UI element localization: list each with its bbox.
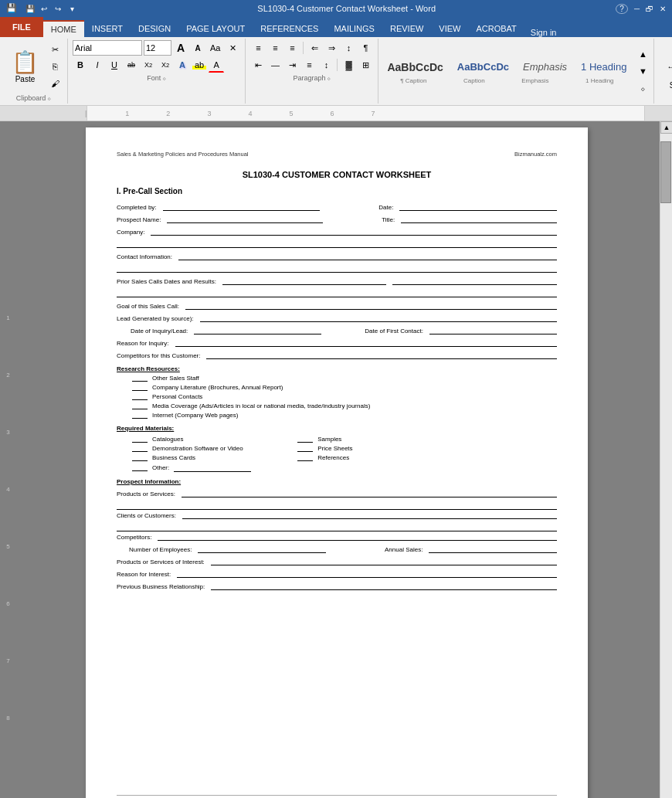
- competitors-field[interactable]: [206, 350, 557, 359]
- bold-button[interactable]: B: [73, 57, 88, 73]
- grow-font-button[interactable]: A: [173, 40, 188, 56]
- superscript-button[interactable]: X2: [158, 57, 173, 73]
- line-spacing-button[interactable]: ↕: [318, 57, 334, 73]
- prev-business-field[interactable]: [211, 581, 557, 590]
- multilevel-button[interactable]: ≡: [284, 40, 300, 56]
- font-size-select[interactable]: [144, 40, 171, 56]
- prior-sales-field1[interactable]: [222, 276, 387, 285]
- caption-label: ¶ Caption: [400, 77, 426, 84]
- pi-competitors-field[interactable]: [158, 531, 557, 541]
- title-field[interactable]: [401, 214, 557, 223]
- tab-design[interactable]: DESIGN: [131, 20, 178, 37]
- highlight-button[interactable]: ab: [192, 57, 207, 73]
- margin-5: 5: [2, 543, 14, 550]
- replace-button[interactable]: ↔ Replace: [658, 59, 672, 74]
- font-color-button[interactable]: A: [209, 57, 224, 73]
- reason-interest-field[interactable]: [177, 569, 557, 578]
- text-effect-button[interactable]: A: [175, 57, 190, 73]
- shading-button[interactable]: ▓: [341, 57, 356, 73]
- completed-by-field[interactable]: [163, 202, 321, 211]
- scrollbar-track[interactable]: [660, 134, 672, 798]
- underline-button[interactable]: U: [107, 57, 122, 73]
- align-center-button[interactable]: —: [267, 57, 283, 73]
- help-button[interactable]: ?: [616, 4, 628, 14]
- select-button[interactable]: Select ▼: [658, 77, 672, 93]
- decrease-indent-button[interactable]: ⇐: [307, 40, 322, 56]
- contact-info-field[interactable]: [178, 251, 557, 260]
- increase-indent-button[interactable]: ⇒: [324, 40, 339, 56]
- subscript-button[interactable]: X2: [141, 57, 156, 73]
- quick-access-redo[interactable]: ↪: [53, 3, 63, 14]
- date-field[interactable]: [399, 202, 557, 211]
- quick-access-more[interactable]: ▾: [66, 3, 77, 14]
- bullets-button[interactable]: ≡: [250, 40, 266, 56]
- file-tab[interactable]: FILE: [0, 17, 43, 37]
- ruler-margin-right: [644, 106, 672, 121]
- close-button[interactable]: ✕: [660, 5, 666, 13]
- goal-field[interactable]: [185, 301, 557, 310]
- sign-in-button[interactable]: Sign in: [524, 28, 563, 37]
- restore-button[interactable]: 🗗: [646, 5, 653, 13]
- reason-inquiry-field[interactable]: [175, 338, 557, 347]
- style-emphasis[interactable]: Emphasis: [518, 59, 572, 75]
- competitors-row: Competitors for this Customer:: [117, 350, 557, 359]
- rm-other-field[interactable]: [174, 463, 251, 472]
- style-normal[interactable]: AaBbCcDc: [382, 59, 448, 76]
- font-expand-icon[interactable]: ⬦: [162, 74, 166, 82]
- tab-insert[interactable]: INSERT: [84, 20, 131, 37]
- products-services-field[interactable]: [182, 488, 557, 497]
- change-case-button[interactable]: Aa: [207, 40, 223, 56]
- copy-button[interactable]: ⎘: [47, 59, 63, 74]
- style-heading1[interactable]: 1 Heading: [575, 59, 632, 75]
- styles-more[interactable]: ⬦: [635, 80, 650, 96]
- tab-review[interactable]: REVIEW: [382, 20, 431, 37]
- quick-access-save[interactable]: 💾: [25, 3, 36, 14]
- products-interest-field[interactable]: [211, 556, 557, 565]
- employees-label: Number of Employees:: [129, 546, 192, 553]
- tab-view[interactable]: VIEW: [431, 20, 468, 37]
- tab-home[interactable]: HOME: [43, 20, 84, 37]
- tab-mailings[interactable]: MAILINGS: [326, 20, 382, 37]
- justify-button[interactable]: ≡: [301, 57, 317, 73]
- prior-sales-line2: [117, 288, 557, 297]
- italic-button[interactable]: I: [90, 57, 105, 73]
- prospect-name-field[interactable]: [167, 214, 323, 223]
- inquiry-date-field[interactable]: [194, 325, 321, 334]
- scrollbar-thumb[interactable]: [660, 141, 671, 203]
- format-painter-button[interactable]: 🖌: [47, 76, 63, 91]
- style-no-spacing[interactable]: AaBbCcDc: [452, 59, 514, 75]
- scrollbar-up-button[interactable]: ▲: [660, 121, 672, 134]
- strikethrough-button[interactable]: ab: [124, 57, 139, 73]
- prior-sales-field2[interactable]: [392, 276, 557, 285]
- paste-button[interactable]: 📋 Paste: [5, 47, 46, 86]
- numbering-button[interactable]: ≡: [267, 40, 283, 56]
- styles-scroll-down[interactable]: ▼: [635, 63, 650, 79]
- tab-acrobat[interactable]: ACROBAT: [468, 20, 524, 37]
- styles-scroll-up[interactable]: ▲: [635, 46, 650, 62]
- annual-sales-field[interactable]: [429, 544, 557, 553]
- borders-button[interactable]: ⊞: [358, 57, 373, 73]
- align-left-button[interactable]: ⇤: [250, 57, 266, 73]
- tab-page-layout[interactable]: PAGE LAYOUT: [178, 20, 253, 37]
- heading1-label: 1 Heading: [585, 77, 613, 84]
- sort-button[interactable]: ↕: [341, 40, 356, 56]
- find-button[interactable]: 🔍 Find: [658, 40, 672, 56]
- company-field[interactable]: [151, 226, 557, 236]
- quick-access-undo[interactable]: ↩: [39, 3, 49, 14]
- first-contact-field[interactable]: [429, 325, 557, 334]
- tab-references[interactable]: REFERENCES: [253, 20, 326, 37]
- shrink-font-button[interactable]: A: [190, 40, 205, 56]
- clipboard-expand-icon[interactable]: ⬦: [47, 94, 51, 102]
- font-name-select[interactable]: [73, 40, 142, 56]
- lead-generated-field[interactable]: [200, 313, 557, 322]
- cut-button[interactable]: ✂: [47, 42, 63, 57]
- clients-field[interactable]: [182, 510, 557, 519]
- align-right-button[interactable]: ⇥: [284, 57, 300, 73]
- paragraph-expand-icon[interactable]: ⬦: [327, 74, 331, 82]
- minimize-button[interactable]: ─: [634, 5, 640, 13]
- title-bar-left-controls[interactable]: 💾 💾 ↩ ↪ ▾: [6, 3, 77, 14]
- clear-format-button[interactable]: ✕: [225, 40, 240, 56]
- employees-field[interactable]: [198, 544, 326, 553]
- show-hide-button[interactable]: ¶: [358, 40, 373, 56]
- document-page[interactable]: Sales & Marketing Policies and Procedure…: [86, 127, 588, 798]
